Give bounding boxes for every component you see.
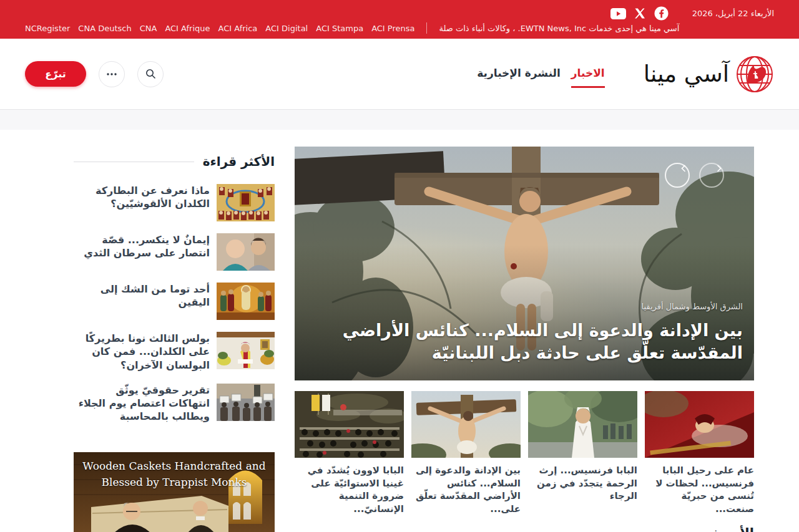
gray-strip xyxy=(0,109,799,130)
article-card[interactable]: البابا فرنسيس... إرث الرحمة يتجدّد في زم… xyxy=(528,391,637,515)
link-aci-afrique[interactable]: ACI Afrique xyxy=(165,24,210,33)
most-read-title: الأكثر قراءة xyxy=(203,154,275,169)
article-card[interactable]: البابا لاوون يُشدّد في غينيا الاستوائيّة… xyxy=(295,391,404,515)
chevron-left-icon xyxy=(680,164,689,173)
most-read-item[interactable]: أحد توما من الشك إلى اليقين xyxy=(74,283,275,320)
hero-caption: الشرق الأوسط وشمال أفريقيا بين الإدانة و… xyxy=(306,302,743,364)
nav-item-newsletter[interactable]: النشرة الإخبارية xyxy=(477,60,561,88)
service-tagline: آسي مينا هي إحدى خدمات EWTN News, Inc. ،… xyxy=(439,24,679,33)
search-button[interactable] xyxy=(137,61,164,87)
thumb-bishop-at-altar xyxy=(217,332,275,369)
thumb-patriarchs-collage xyxy=(217,184,275,221)
card-image-pope-francis xyxy=(528,391,637,458)
link-cna[interactable]: CNA xyxy=(140,24,157,33)
card-image-pope-lying-in-state xyxy=(645,391,754,458)
carousel-prev-button[interactable] xyxy=(665,163,690,188)
most-read-item[interactable]: تقرير حقوقيّ يوثّق انتهاكات اعتصام يوم ا… xyxy=(74,384,275,423)
link-ncregister[interactable]: NCRegister xyxy=(25,24,70,33)
most-read-item-title: إيمانٌ لا ينكسر... قصّة انتصار على سرطان… xyxy=(74,233,210,260)
thumb-protest-signs xyxy=(217,384,275,421)
card-title: بين الإدانة والدعوة إلى السلام... كنائس … xyxy=(411,464,521,515)
most-read-item-title: بولس الثالث نونا بطريركًا على الكلدان...… xyxy=(74,332,210,372)
article-card[interactable]: عام على رحيل البابا فرنسيس... لحظات لا ت… xyxy=(645,391,754,515)
ad-caption: Wooden Caskets Handcrafted and Blessed b… xyxy=(82,458,266,491)
card-image-assembly-hall xyxy=(295,391,404,458)
hero-article[interactable]: الشرق الأوسط وشمال أفريقيا بين الإدانة و… xyxy=(295,147,754,380)
most-read-item[interactable]: ماذا نعرف عن البطاركة الكلدان الألقوشيّي… xyxy=(74,184,275,221)
card-title: البابا فرنسيس... إرث الرحمة يتجدّد في زم… xyxy=(528,464,637,503)
hero-title: بين الإدانة والدعوة إلى السلام... كنائس … xyxy=(306,319,743,364)
latest-title: الأحدث xyxy=(710,526,754,532)
card-image-crucifix xyxy=(411,391,521,458)
social-links xyxy=(610,6,669,21)
most-read-sidebar: الأكثر قراءة ماذا نعرف عن البطاركة الكلد… xyxy=(74,147,275,532)
logo-text: آسي مينا xyxy=(644,60,729,87)
thumb-selfie-two-people xyxy=(217,233,275,271)
card-title: البابا لاوون يُشدّد في غينيا الاستوائيّة… xyxy=(295,464,404,515)
article-card[interactable]: بين الإدانة والدعوة إلى السلام... كنائس … xyxy=(411,391,521,515)
main-nav: الاخبار النشرة الإخبارية xyxy=(477,60,604,88)
most-read-item-title: ماذا نعرف عن البطاركة الكلدان الألقوشيّي… xyxy=(74,184,210,211)
partner-links-row: NCRegister CNA Deutsch CNA ACI Afrique A… xyxy=(25,22,679,34)
youtube-icon[interactable] xyxy=(610,8,626,19)
link-aci-stampa[interactable]: ACI Stampa xyxy=(316,24,363,33)
ellipsis-icon xyxy=(106,72,117,76)
link-cna-deutsch[interactable]: CNA Deutsch xyxy=(78,24,131,33)
link-aci-prensa[interactable]: ACI Prensa xyxy=(371,24,414,33)
search-icon xyxy=(145,69,156,79)
donate-button[interactable]: تبرّع xyxy=(25,61,86,87)
current-date: الأربعاء 22 أبريل، 2026 xyxy=(692,9,774,18)
link-aci-africa[interactable]: ACI Africa xyxy=(218,24,258,33)
topbar: الأربعاء 22 أبريل، 2026 NCRegister CNA D… xyxy=(0,0,799,39)
globe-dove-logo-icon xyxy=(735,55,774,94)
hero-category: الشرق الأوسط وشمال أفريقيا xyxy=(306,302,743,311)
site-header: آسي مينا الاخبار النشرة الإخبارية تبرّع xyxy=(0,39,799,109)
header-actions: تبرّع xyxy=(25,61,164,87)
chevron-right-icon xyxy=(714,164,723,173)
most-read-item[interactable]: بولس الثالث نونا بطريركًا على الكلدان...… xyxy=(74,332,275,372)
logo[interactable]: آسي مينا xyxy=(644,55,774,94)
latest-section-header: الأحدث xyxy=(295,526,754,532)
facebook-icon[interactable] xyxy=(654,6,669,21)
divider xyxy=(74,162,194,162)
nav-item-news[interactable]: الاخبار xyxy=(571,60,605,88)
link-aci-digital[interactable]: ACI Digital xyxy=(265,24,308,33)
x-icon[interactable] xyxy=(634,7,646,19)
topbar-meta: الأربعاء 22 أبريل، 2026 xyxy=(610,6,774,21)
ad-banner-trappist-caskets[interactable]: Wooden Caskets Handcrafted and Blessed b… xyxy=(74,452,275,532)
more-menu-button[interactable] xyxy=(99,61,125,87)
main-content: الشرق الأوسط وشمال أفريقيا بين الإدانة و… xyxy=(74,147,754,532)
most-read-item[interactable]: إيمانٌ لا ينكسر... قصّة انتصار على سرطان… xyxy=(74,233,275,271)
card-title: عام على رحيل البابا فرنسيس... لحظات لا ت… xyxy=(645,464,754,515)
carousel-next-button[interactable] xyxy=(699,163,724,188)
hero-column: الشرق الأوسط وشمال أفريقيا بين الإدانة و… xyxy=(295,147,754,532)
article-cards-row: عام على رحيل البابا فرنسيس... لحظات لا ت… xyxy=(295,391,754,515)
thumb-icon-painting xyxy=(217,283,275,320)
most-read-item-title: تقرير حقوقيّ يوثّق انتهاكات اعتصام يوم ا… xyxy=(74,384,210,423)
divider xyxy=(426,22,427,34)
most-read-header: الأكثر قراءة xyxy=(74,154,275,169)
most-read-item-title: أحد توما من الشك إلى اليقين xyxy=(74,283,210,309)
